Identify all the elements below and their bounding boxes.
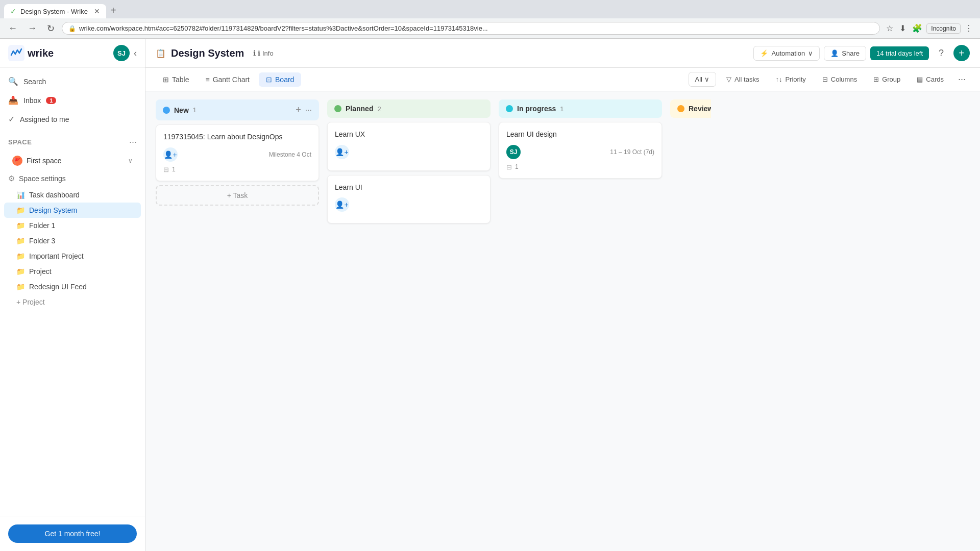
download-icon[interactable]: ⬇ bbox=[897, 21, 908, 35]
task-card-learn-ui-design[interactable]: Learn UI design SJ 11 – 19 Oct (7d) ⊟ 1 bbox=[499, 122, 662, 179]
main-content: 📋 Design System ℹ ℹ Info ⚡ Automation ∨ … bbox=[145, 39, 980, 551]
gantt-tab-label: Gantt Chart bbox=[213, 76, 250, 84]
help-icon: ? bbox=[939, 48, 944, 59]
sidebar-item-folder3[interactable]: 📁 Folder 3 bbox=[0, 233, 145, 248]
info-button[interactable]: ℹ ℹ Info bbox=[249, 47, 277, 59]
add-button[interactable]: + bbox=[953, 45, 970, 61]
tab-title: Design System - Wrike bbox=[20, 8, 90, 15]
sidebar-item-important-project[interactable]: 📁 Important Project bbox=[0, 248, 145, 264]
close-tab-button[interactable]: ✕ bbox=[94, 7, 100, 15]
sidebar-item-assigned[interactable]: ✓ Assigned to me bbox=[0, 110, 145, 129]
active-tab[interactable]: ✓ Design System - Wrike ✕ bbox=[4, 4, 106, 18]
task-designops-assign-button[interactable]: 👤+ bbox=[163, 147, 178, 162]
column-header-new: New 1 + ··· bbox=[156, 99, 319, 120]
task-assignee-avatar: SJ bbox=[506, 145, 521, 159]
sidebar-footer: Get 1 month free! bbox=[0, 516, 145, 551]
dot-planned-icon bbox=[334, 105, 341, 112]
topbar-left: 📋 Design System ℹ ℹ Info bbox=[156, 47, 747, 59]
task-learn-ui-title: Learn UI bbox=[335, 183, 483, 193]
tab-favicon: ✓ bbox=[10, 7, 16, 15]
sidebar-item-space-settings[interactable]: ⚙ Space settings bbox=[0, 170, 145, 187]
view-filters: All ∨ ▽ All tasks ↑↓ Priority ⊟ Columns … bbox=[689, 72, 970, 87]
tab-gantt[interactable]: ≡ Gantt Chart bbox=[198, 72, 257, 87]
column-new-more-button[interactable]: ··· bbox=[305, 106, 312, 115]
important-project-icon: 📁 bbox=[16, 252, 25, 260]
space-chevron-icon: ∨ bbox=[128, 157, 133, 164]
sidebar-item-first-space[interactable]: 🚩 First space ∨ bbox=[4, 152, 141, 170]
new-tab-button[interactable]: + bbox=[106, 5, 120, 18]
get-free-button[interactable]: Get 1 month free! bbox=[8, 524, 137, 543]
sidebar-header: wrike SJ ‹ bbox=[0, 39, 145, 68]
topbar-right: ⚡ Automation ∨ 👤 Share 14 trial days lef… bbox=[753, 45, 970, 61]
dot-inprogress-icon bbox=[506, 105, 513, 112]
priority-icon: ↑↓ bbox=[775, 76, 782, 83]
tab-board[interactable]: ⊡ Board bbox=[259, 72, 301, 87]
sidebar-item-folder1[interactable]: 📁 Folder 1 bbox=[0, 218, 145, 233]
task-dashboard-icon: 📊 bbox=[16, 191, 25, 199]
column-new-title: New bbox=[174, 106, 189, 114]
sidebar-item-project[interactable]: 📁 Project bbox=[0, 264, 145, 279]
priority-button[interactable]: ↑↓ Priority bbox=[769, 72, 812, 86]
columns-button[interactable]: ⊟ Columns bbox=[816, 72, 863, 86]
sidebar-item-redesign[interactable]: 📁 Redesign UI Feed bbox=[0, 279, 145, 294]
task-learn-ui-design-footer: ⊟ 1 bbox=[506, 163, 654, 171]
design-system-label: Design System bbox=[29, 206, 77, 214]
space-section-title: Space bbox=[8, 138, 32, 146]
add-project-label: + Project bbox=[16, 298, 45, 306]
automation-chevron-icon: ∨ bbox=[808, 49, 813, 57]
assign-ui-icon: 👤+ bbox=[335, 201, 348, 209]
all-dropdown-button[interactable]: All ∨ bbox=[689, 72, 716, 87]
reload-button[interactable]: ↻ bbox=[44, 22, 58, 35]
task-learn-ux-assign-button[interactable]: 👤+ bbox=[335, 145, 349, 159]
user-avatar[interactable]: SJ bbox=[113, 45, 130, 61]
all-chevron-icon: ∨ bbox=[704, 76, 709, 83]
task-card-designops[interactable]: 1197315045: Learn about DesignOps 👤+ Mil… bbox=[156, 124, 319, 181]
group-button[interactable]: ⊞ Group bbox=[867, 72, 906, 86]
lock-icon: 🔒 bbox=[68, 25, 76, 32]
sidebar-item-inbox[interactable]: 📥 Inbox 1 bbox=[0, 91, 145, 110]
automation-icon: ⚡ bbox=[760, 49, 768, 57]
bookmark-icon[interactable]: ☆ bbox=[884, 21, 895, 35]
cards-icon: ▤ bbox=[917, 76, 923, 83]
group-label: Group bbox=[882, 76, 900, 83]
space-more-button[interactable]: ··· bbox=[129, 137, 137, 147]
browser-tabs: ✓ Design System - Wrike ✕ + bbox=[0, 0, 980, 18]
help-button[interactable]: ? bbox=[933, 45, 949, 61]
design-system-icon: 📁 bbox=[16, 206, 25, 214]
task-learn-ui-assign-button[interactable]: 👤+ bbox=[335, 197, 349, 212]
task-learn-ui-design-sub-count: 1 bbox=[515, 163, 519, 170]
chrome-menu-icon[interactable]: ⋮ bbox=[963, 21, 975, 35]
address-bar[interactable]: 🔒 wrike.com/workspace.htm#acc=6250782#fo… bbox=[62, 22, 880, 35]
automation-button[interactable]: ⚡ Automation ∨ bbox=[753, 46, 820, 61]
redesign-label: Redesign UI Feed bbox=[29, 283, 87, 291]
tab-table[interactable]: ⊞ Table bbox=[156, 72, 196, 87]
assigned-icon: ✓ bbox=[8, 114, 15, 124]
task-designops-date: Milestone 4 Oct bbox=[269, 151, 311, 158]
folder3-label: Folder 3 bbox=[29, 237, 55, 245]
forward-button[interactable]: → bbox=[24, 22, 40, 35]
all-tasks-label: All tasks bbox=[734, 76, 759, 83]
sidebar-item-search[interactable]: 🔍 Search bbox=[0, 72, 145, 91]
sidebar: wrike SJ ‹ 🔍 Search 📥 Inbox 1 ✓ Assigned… bbox=[0, 39, 145, 551]
back-button[interactable]: ← bbox=[5, 22, 20, 35]
task-learn-ui-meta: 👤+ bbox=[335, 197, 483, 212]
extensions-icon[interactable]: 🧩 bbox=[910, 21, 924, 35]
more-options-button[interactable]: ··· bbox=[954, 72, 970, 87]
task-card-learn-ui[interactable]: Learn UI 👤+ bbox=[327, 175, 491, 224]
column-inprogress: In progress 1 Learn UI design SJ 11 – 19… bbox=[499, 99, 662, 179]
add-task-button-new[interactable]: + Task bbox=[156, 185, 319, 206]
columns-icon: ⊟ bbox=[822, 76, 828, 83]
all-tasks-button[interactable]: ▽ All tasks bbox=[720, 72, 765, 86]
task-card-learn-ux[interactable]: Learn UX 👤+ bbox=[327, 122, 491, 171]
share-button[interactable]: 👤 Share bbox=[824, 46, 866, 61]
column-new-add-button[interactable]: + bbox=[296, 105, 301, 115]
columns-label: Columns bbox=[831, 76, 857, 83]
add-project-button[interactable]: + Project bbox=[0, 294, 145, 310]
sidebar-item-task-dashboard[interactable]: 📊 Task dashboard bbox=[0, 187, 145, 203]
sidebar-toggle-button[interactable]: ‹ bbox=[134, 48, 137, 59]
space-section: Space ··· bbox=[0, 133, 145, 152]
assign-icon: 👤+ bbox=[164, 151, 177, 159]
sidebar-item-design-system[interactable]: 📁 Design System bbox=[4, 203, 141, 218]
cards-button[interactable]: ▤ Cards bbox=[911, 72, 950, 86]
column-header-review: Review 0 bbox=[670, 99, 711, 118]
